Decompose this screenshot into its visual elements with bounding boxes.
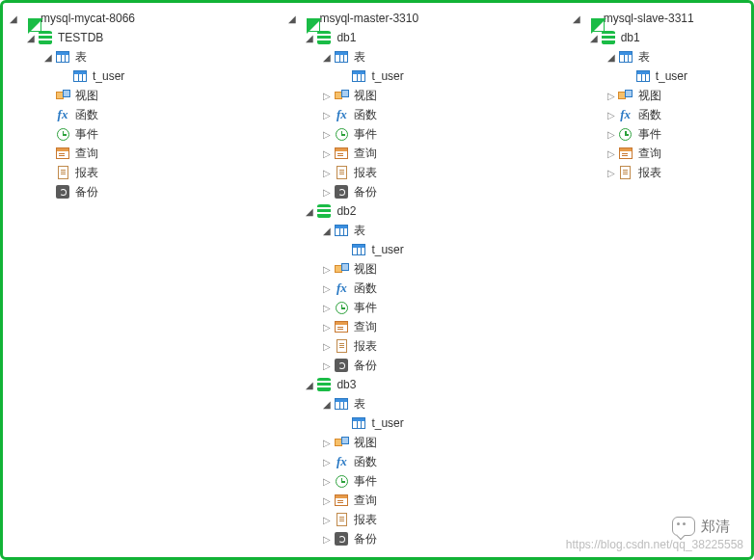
view-group-icon xyxy=(55,88,70,103)
database-label: db1 xyxy=(620,31,640,44)
expand-arrow-icon[interactable]: ◢ xyxy=(606,52,616,63)
queries-folder[interactable]: ▷ 查询 xyxy=(322,317,563,336)
reports-folder[interactable]: ▷ 报表 xyxy=(322,163,563,182)
collapse-arrow-icon[interactable]: ▷ xyxy=(606,110,616,120)
table-folder-icon xyxy=(334,396,349,412)
backups-folder[interactable]: ▷ 备份 xyxy=(322,356,563,375)
table-node[interactable]: t_user xyxy=(339,240,563,259)
collapse-arrow-icon[interactable]: ▷ xyxy=(322,110,332,120)
expand-arrow-icon[interactable]: ◢ xyxy=(322,399,332,410)
collapse-arrow-icon[interactable]: ▷ xyxy=(606,129,616,140)
backup-group-icon xyxy=(55,184,70,200)
collapse-arrow-icon[interactable]: ▷ xyxy=(322,534,332,545)
backups-folder[interactable]: ▷ 备份 xyxy=(322,529,563,548)
events-folder[interactable]: 事件 xyxy=(43,124,280,144)
collapse-arrow-icon[interactable]: ▷ xyxy=(322,341,332,352)
database-label: db3 xyxy=(336,378,356,391)
collapse-arrow-icon[interactable]: ▷ xyxy=(322,148,332,159)
events-folder[interactable]: ▷ 事件 xyxy=(322,471,563,491)
events-folder[interactable]: ▷ 事件 xyxy=(322,124,563,144)
collapse-arrow-icon[interactable]: ▷ xyxy=(322,91,332,101)
queries-folder[interactable]: ▷ 查询 xyxy=(606,144,749,163)
query-group-icon xyxy=(334,146,349,161)
expand-arrow-icon[interactable]: ◢ xyxy=(322,226,332,236)
expand-arrow-icon[interactable]: ◢ xyxy=(589,33,599,43)
collapse-arrow-icon[interactable]: ▷ xyxy=(322,168,332,178)
functions-folder[interactable]: ▷fx 函数 xyxy=(322,279,563,298)
backups-folder[interactable]: ▷ 备份 xyxy=(322,182,563,201)
functions-folder[interactable]: fx 函数 xyxy=(43,105,280,124)
collapse-arrow-icon[interactable]: ▷ xyxy=(322,322,332,333)
backups-folder[interactable]: 备份 xyxy=(43,182,280,201)
tables-folder[interactable]: ◢ 表 xyxy=(322,221,563,240)
expand-arrow-icon[interactable]: ◢ xyxy=(305,33,314,43)
database-node[interactable]: ◢ db3 xyxy=(305,375,563,394)
expand-arrow-icon[interactable]: ◢ xyxy=(572,13,581,24)
tables-folder[interactable]: ◢ 表 xyxy=(322,394,563,413)
connection-icon xyxy=(299,11,314,26)
expand-arrow-icon[interactable]: ◢ xyxy=(287,13,297,24)
reports-folder[interactable]: 报表 xyxy=(43,163,280,182)
reports-folder[interactable]: ▷ 报表 xyxy=(322,336,563,356)
collapse-arrow-icon[interactable]: ▷ xyxy=(322,476,332,487)
expand-arrow-icon[interactable]: ◢ xyxy=(322,52,332,63)
views-folder-label: 视图 xyxy=(637,88,661,104)
collapse-arrow-icon[interactable]: ▷ xyxy=(322,187,332,198)
expand-arrow-icon[interactable]: ◢ xyxy=(43,52,53,63)
expand-arrow-icon[interactable]: ◢ xyxy=(26,33,36,43)
tables-folder[interactable]: ◢ 表 xyxy=(43,47,280,67)
database-node[interactable]: ◢ TESTDB xyxy=(26,28,280,47)
tables-folder[interactable]: ◢ 表 xyxy=(322,47,563,67)
collapse-arrow-icon[interactable]: ▷ xyxy=(322,515,332,525)
connection-label: mysql-slave-3311 xyxy=(603,12,694,25)
expand-arrow-icon[interactable]: ◢ xyxy=(305,206,314,217)
collapse-arrow-icon[interactable]: ▷ xyxy=(322,360,332,371)
query-group-icon xyxy=(334,319,349,334)
database-node[interactable]: ◢ db2 xyxy=(305,201,563,221)
collapse-arrow-icon[interactable]: ▷ xyxy=(322,264,332,275)
views-folder[interactable]: ▷ 视图 xyxy=(322,259,563,279)
collapse-arrow-icon[interactable]: ▷ xyxy=(606,168,616,178)
views-folder[interactable]: ▷ 视图 xyxy=(322,433,563,452)
views-folder-label: 视图 xyxy=(353,261,377,278)
views-folder[interactable]: 视图 xyxy=(43,86,280,105)
query-group-icon xyxy=(334,493,349,508)
collapse-arrow-icon[interactable]: ▷ xyxy=(606,91,616,101)
collapse-arrow-icon[interactable]: ▷ xyxy=(606,148,616,159)
reports-folder[interactable]: ▷ 报表 xyxy=(322,510,563,529)
views-folder[interactable]: ▷ 视图 xyxy=(606,86,749,105)
tables-folder-label: 表 xyxy=(353,396,365,413)
collapse-arrow-icon[interactable]: ▷ xyxy=(322,495,332,506)
database-icon xyxy=(316,377,332,392)
table-node[interactable]: t_user xyxy=(624,67,749,86)
expand-arrow-icon[interactable]: ◢ xyxy=(305,380,314,390)
collapse-arrow-icon[interactable]: ▷ xyxy=(322,438,332,448)
collapse-arrow-icon[interactable]: ▷ xyxy=(322,457,332,467)
expand-arrow-icon[interactable]: ◢ xyxy=(9,13,18,24)
table-node[interactable]: t_user xyxy=(61,67,280,86)
collapse-arrow-icon[interactable]: ▷ xyxy=(322,129,332,140)
table-node[interactable]: t_user xyxy=(339,67,563,86)
collapse-arrow-icon[interactable]: ▷ xyxy=(322,303,332,313)
tree-panels: ◢ mysql-mycat-8066 ◢ TESTDB ◢ 表 t_user 视… xyxy=(3,3,751,557)
events-folder[interactable]: ▷ 事件 xyxy=(606,124,749,144)
connection-node[interactable]: ◢ msyql-master-3310 xyxy=(287,9,563,28)
table-node[interactable]: t_user xyxy=(339,413,563,433)
functions-folder[interactable]: ▷fx 函数 xyxy=(322,105,563,124)
connection-node[interactable]: ◢ mysql-slave-3311 xyxy=(572,9,749,28)
connection-node[interactable]: ◢ mysql-mycat-8066 xyxy=(9,9,280,28)
queries-folder[interactable]: ▷ 查询 xyxy=(322,491,563,510)
tables-folder[interactable]: ◢ 表 xyxy=(606,47,749,67)
functions-folder[interactable]: ▷fx 函数 xyxy=(322,452,563,471)
queries-folder[interactable]: ▷ 查询 xyxy=(322,144,563,163)
function-group-icon: fx xyxy=(334,454,349,469)
database-node[interactable]: ◢ db1 xyxy=(589,28,749,47)
reports-folder[interactable]: ▷ 报表 xyxy=(606,163,749,182)
views-folder[interactable]: ▷ 视图 xyxy=(322,86,563,105)
functions-folder[interactable]: ▷fx 函数 xyxy=(606,105,749,124)
database-node[interactable]: ◢ db1 xyxy=(305,28,563,47)
events-folder[interactable]: ▷ 事件 xyxy=(322,298,563,317)
queries-folder[interactable]: 查询 xyxy=(43,144,280,163)
collapse-arrow-icon[interactable]: ▷ xyxy=(322,283,332,294)
table-label: t_user xyxy=(370,416,403,430)
